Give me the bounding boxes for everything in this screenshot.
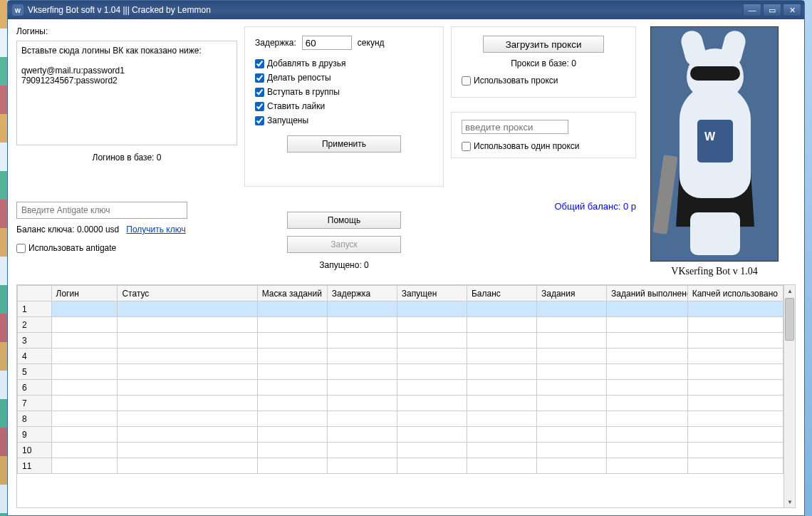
maximize-button[interactable]: ▭ xyxy=(763,4,781,16)
launched-checkbox[interactable]: Запущены xyxy=(255,115,433,125)
cell[interactable] xyxy=(118,301,257,317)
cell[interactable] xyxy=(257,317,327,333)
minimize-button[interactable]: — xyxy=(743,4,761,16)
cell[interactable] xyxy=(687,364,783,380)
cell[interactable] xyxy=(687,427,783,443)
column-header[interactable]: Задержка xyxy=(327,286,397,301)
cell[interactable] xyxy=(537,411,607,427)
cell[interactable] xyxy=(607,301,688,317)
cell[interactable] xyxy=(118,458,257,474)
cell[interactable] xyxy=(687,411,783,427)
column-header[interactable]: Капчей использовано xyxy=(687,286,783,301)
cell[interactable] xyxy=(537,317,607,333)
use-single-proxy-checkbox[interactable]: Использовать один прокси xyxy=(462,141,625,151)
table-row[interactable]: 3 xyxy=(18,333,784,349)
reposts-checkbox[interactable]: Делать репосты xyxy=(255,73,433,83)
cell[interactable] xyxy=(327,427,397,443)
cell[interactable] xyxy=(51,411,118,427)
table-row[interactable]: 6 xyxy=(18,380,784,396)
cell[interactable] xyxy=(687,333,783,349)
cell[interactable] xyxy=(257,427,327,443)
cell[interactable] xyxy=(51,380,118,396)
cell[interactable] xyxy=(257,364,327,380)
cell[interactable] xyxy=(327,301,397,317)
cell[interactable] xyxy=(687,443,783,458)
cell[interactable] xyxy=(467,301,536,317)
cell[interactable] xyxy=(257,349,327,364)
table-row[interactable]: 7 xyxy=(18,396,784,411)
cell[interactable] xyxy=(118,411,257,427)
cell[interactable] xyxy=(397,458,467,474)
cell[interactable] xyxy=(327,396,397,411)
cell[interactable] xyxy=(607,427,688,443)
cell[interactable] xyxy=(257,443,327,458)
cell[interactable] xyxy=(537,427,607,443)
cell[interactable] xyxy=(537,333,607,349)
scroll-up-icon[interactable]: ▲ xyxy=(784,285,796,296)
cell[interactable] xyxy=(327,349,397,364)
cell[interactable] xyxy=(537,443,607,458)
table-row[interactable]: 4 xyxy=(18,349,784,364)
cell[interactable] xyxy=(327,333,397,349)
data-grid[interactable]: ЛогинСтатусМаска заданийЗадержкаЗапущенБ… xyxy=(16,284,796,508)
load-proxy-button[interactable]: Загрузить прокси xyxy=(483,36,604,53)
cell[interactable] xyxy=(467,349,536,364)
cell[interactable] xyxy=(51,443,118,458)
cell[interactable] xyxy=(687,301,783,317)
cell[interactable] xyxy=(607,380,688,396)
cell[interactable] xyxy=(607,443,688,458)
column-header[interactable]: Заданий выполнено xyxy=(607,286,688,301)
cell[interactable] xyxy=(327,458,397,474)
delay-input[interactable] xyxy=(302,36,352,50)
get-key-link[interactable]: Получить ключ xyxy=(126,225,185,234)
cell[interactable] xyxy=(467,317,536,333)
cell[interactable] xyxy=(118,317,257,333)
table-row[interactable]: 10 xyxy=(18,443,784,458)
cell[interactable] xyxy=(607,458,688,474)
cell[interactable] xyxy=(687,458,783,474)
cell[interactable] xyxy=(467,396,536,411)
cell[interactable] xyxy=(397,411,467,427)
cell[interactable] xyxy=(467,333,536,349)
cell[interactable] xyxy=(467,380,536,396)
cell[interactable] xyxy=(257,396,327,411)
cell[interactable] xyxy=(537,349,607,364)
table-row[interactable]: 9 xyxy=(18,427,784,443)
cell[interactable] xyxy=(118,443,257,458)
column-header[interactable]: Баланс xyxy=(467,286,536,301)
cell[interactable] xyxy=(467,411,536,427)
cell[interactable] xyxy=(687,396,783,411)
cell[interactable] xyxy=(51,427,118,443)
cell[interactable] xyxy=(607,317,688,333)
help-button[interactable]: Помощь xyxy=(287,212,401,229)
cell[interactable] xyxy=(537,301,607,317)
scroll-thumb[interactable] xyxy=(785,298,794,341)
likes-checkbox[interactable]: Ставить лайки xyxy=(255,101,433,111)
cell[interactable] xyxy=(51,333,118,349)
cell[interactable] xyxy=(257,333,327,349)
use-antigate-checkbox[interactable]: Использовать antigate xyxy=(16,243,237,253)
table-row[interactable]: 5 xyxy=(18,364,784,380)
cell[interactable] xyxy=(467,364,536,380)
cell[interactable] xyxy=(327,411,397,427)
titlebar[interactable]: w Vkserfing Bot soft v 1.04 ||| Cracked … xyxy=(8,1,804,19)
cell[interactable] xyxy=(118,364,257,380)
cell[interactable] xyxy=(118,427,257,443)
column-header[interactable]: Маска заданий xyxy=(257,286,327,301)
cell[interactable] xyxy=(51,458,118,474)
cell[interactable] xyxy=(397,443,467,458)
close-button[interactable]: ✕ xyxy=(783,4,801,16)
cell[interactable] xyxy=(257,380,327,396)
cell[interactable] xyxy=(257,411,327,427)
cell[interactable] xyxy=(467,458,536,474)
table-row[interactable]: 2 xyxy=(18,317,784,333)
cell[interactable] xyxy=(397,396,467,411)
cell[interactable] xyxy=(537,396,607,411)
cell[interactable] xyxy=(607,396,688,411)
join-groups-checkbox[interactable]: Вступать в группы xyxy=(255,87,433,97)
cell[interactable] xyxy=(537,364,607,380)
cell[interactable] xyxy=(687,317,783,333)
antigate-key-input[interactable] xyxy=(16,202,187,219)
cell[interactable] xyxy=(118,396,257,411)
column-header[interactable]: Запущен xyxy=(397,286,467,301)
